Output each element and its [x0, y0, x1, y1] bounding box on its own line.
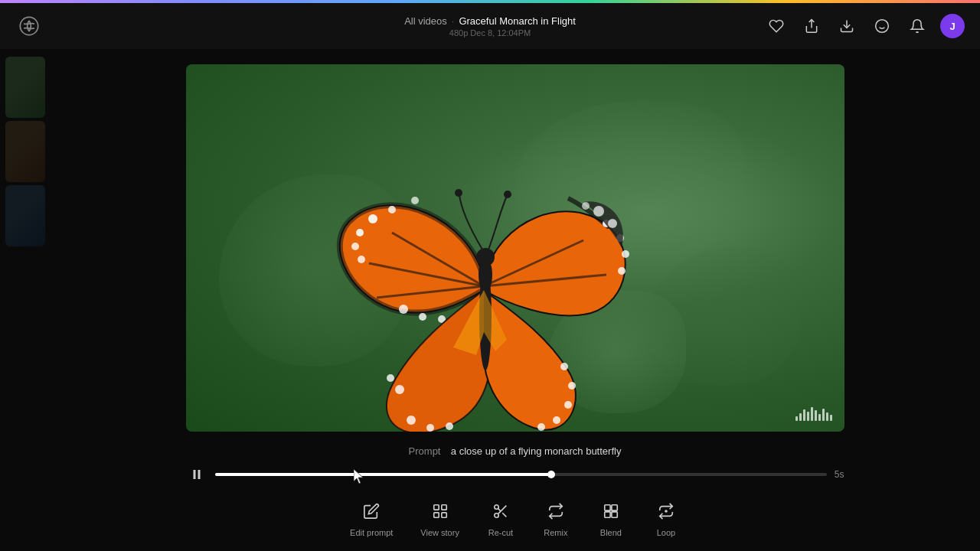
- progress-bar[interactable]: [215, 473, 827, 476]
- svg-point-26: [446, 422, 453, 430]
- emoji-button[interactable]: [870, 14, 894, 38]
- svg-point-44: [495, 514, 499, 518]
- svg-point-19: [593, 206, 604, 217]
- breadcrumb-separator: ·: [452, 15, 455, 27]
- loop-button[interactable]: Loop: [652, 497, 680, 537]
- svg-point-43: [495, 505, 499, 510]
- progress-handle[interactable]: [547, 471, 555, 478]
- svg-point-34: [476, 248, 495, 266]
- header-actions: J: [764, 14, 965, 38]
- blend-button[interactable]: Blend: [597, 497, 625, 537]
- svg-rect-40: [441, 505, 446, 510]
- svg-point-28: [568, 382, 576, 390]
- svg-point-6: [356, 229, 364, 236]
- svg-point-24: [407, 416, 416, 425]
- svg-line-46: [502, 513, 506, 517]
- share-button[interactable]: [799, 14, 824, 38]
- svg-rect-41: [433, 513, 438, 517]
- download-button[interactable]: [835, 14, 859, 38]
- header: All videos · Graceful Monarch in Flight …: [0, 3, 980, 49]
- recut-button[interactable]: Re-cut: [487, 497, 514, 537]
- loop-icon: [652, 497, 680, 525]
- svg-rect-49: [612, 505, 617, 510]
- prompt-row: Prompt a close up of a flying monarch bu…: [186, 444, 844, 458]
- svg-line-47: [498, 508, 501, 511]
- controls-area: Prompt a close up of a flying monarch bu…: [186, 444, 844, 537]
- story-icon: [426, 497, 454, 525]
- svg-point-22: [395, 385, 404, 394]
- sidebar-thumb-2[interactable]: [5, 121, 45, 182]
- header-center: All videos · Graceful Monarch in Flight …: [404, 15, 576, 37]
- play-pause-button[interactable]: [186, 464, 207, 485]
- breadcrumb-all-videos[interactable]: All videos: [404, 15, 447, 27]
- svg-point-31: [537, 423, 545, 431]
- logo-button[interactable]: [15, 12, 43, 40]
- prompt-label: Prompt: [409, 445, 441, 457]
- edit-prompt-label: Edit prompt: [350, 528, 393, 537]
- view-story-label: View story: [420, 528, 459, 537]
- remix-icon: [542, 497, 570, 525]
- svg-point-29: [564, 401, 572, 409]
- sidebar-thumbnails: [0, 49, 50, 539]
- scissors-icon: [487, 497, 514, 525]
- blend-label: Blend: [600, 528, 622, 537]
- progress-row: 5s: [186, 464, 844, 485]
- svg-rect-42: [441, 513, 446, 517]
- video-player[interactable]: [186, 64, 844, 432]
- svg-point-35: [455, 189, 462, 197]
- svg-point-30: [553, 416, 560, 424]
- remix-label: Remix: [544, 528, 567, 537]
- svg-rect-38: [198, 470, 200, 479]
- butterfly-illustration: [331, 156, 652, 432]
- sidebar-thumb-1[interactable]: [5, 57, 45, 118]
- svg-rect-37: [193, 470, 195, 479]
- video-title: Graceful Monarch in Flight: [459, 15, 575, 27]
- loop-label: Loop: [657, 528, 675, 537]
- svg-point-2: [876, 20, 889, 33]
- svg-point-36: [504, 191, 511, 198]
- svg-point-17: [622, 250, 629, 258]
- video-container: Prompt a close up of a flying monarch bu…: [50, 49, 980, 551]
- svg-rect-39: [433, 505, 438, 510]
- progress-fill: [215, 473, 552, 476]
- volume-indicator: [795, 403, 832, 421]
- svg-point-12: [419, 313, 426, 321]
- svg-point-7: [351, 243, 359, 250]
- svg-point-52: [609, 509, 613, 514]
- svg-point-10: [411, 197, 419, 204]
- svg-point-8: [358, 256, 365, 263]
- bell-button[interactable]: [905, 14, 929, 38]
- duration-label: 5s: [835, 469, 844, 480]
- recut-label: Re-cut: [488, 528, 513, 537]
- video-scene: [186, 64, 844, 432]
- prompt-text: a close up of a flying monarch butterfly: [451, 445, 622, 457]
- svg-point-5: [368, 214, 377, 223]
- svg-point-20: [608, 219, 617, 228]
- svg-point-53: [665, 510, 668, 513]
- user-avatar[interactable]: J: [940, 14, 965, 38]
- view-story-button[interactable]: View story: [420, 497, 459, 537]
- blend-icon: [597, 497, 625, 525]
- svg-point-11: [399, 305, 408, 314]
- svg-point-27: [560, 363, 568, 370]
- toolbar: Edit prompt View story: [186, 497, 844, 537]
- remix-button[interactable]: Remix: [542, 497, 570, 537]
- svg-point-18: [618, 267, 626, 275]
- svg-point-9: [388, 206, 396, 214]
- svg-rect-48: [605, 505, 610, 510]
- edit-prompt-button[interactable]: Edit prompt: [350, 497, 393, 537]
- video-meta: 480p Dec 8, 12:04PM: [404, 28, 576, 37]
- heart-button[interactable]: [764, 14, 789, 38]
- svg-point-25: [426, 424, 434, 432]
- pencil-icon: [358, 497, 385, 525]
- svg-point-23: [387, 374, 394, 382]
- svg-rect-51: [612, 512, 617, 517]
- sidebar-thumb-3[interactable]: [5, 185, 45, 246]
- svg-rect-50: [605, 512, 610, 517]
- svg-point-21: [582, 202, 590, 210]
